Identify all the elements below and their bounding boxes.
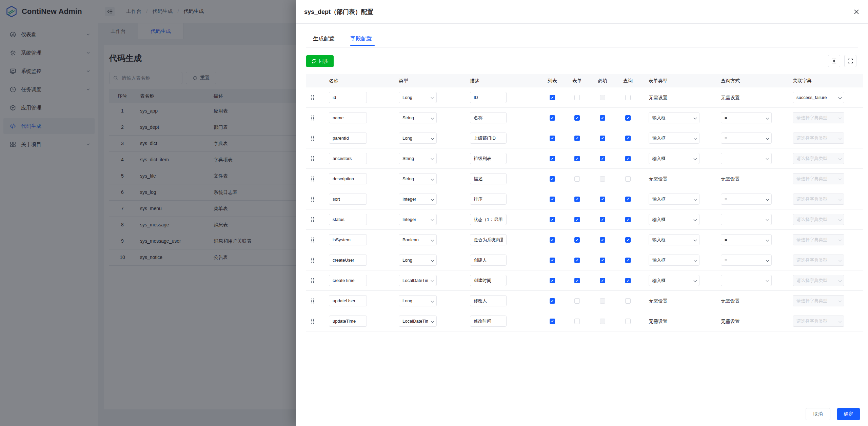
drag-handle-icon[interactable]: [311, 278, 315, 283]
field-name-input[interactable]: [329, 112, 367, 123]
query-type-select[interactable]: =: [721, 214, 772, 225]
field-type-select[interactable]: String: [399, 173, 437, 184]
list-checkbox-checked[interactable]: ✓: [550, 95, 555, 100]
drag-handle-icon[interactable]: [311, 319, 315, 324]
field-name-input[interactable]: [329, 234, 367, 245]
field-desc-input[interactable]: [470, 295, 507, 306]
field-desc-input[interactable]: [470, 194, 507, 205]
field-name-input[interactable]: [329, 255, 367, 266]
dict-select[interactable]: success_failure: [793, 92, 844, 103]
field-name-input[interactable]: [329, 295, 367, 306]
form-type-select[interactable]: 输入框: [649, 214, 699, 225]
field-type-select[interactable]: Integer: [399, 194, 437, 205]
required-checkbox-checked[interactable]: ✓: [600, 237, 605, 243]
tab-generate-config[interactable]: 生成配置: [313, 35, 335, 42]
drag-handle-icon[interactable]: [311, 298, 315, 304]
form-checkbox-checked[interactable]: ✓: [574, 217, 580, 222]
form-type-select[interactable]: 输入框: [649, 194, 699, 205]
field-desc-input[interactable]: [470, 112, 507, 123]
required-checkbox-checked[interactable]: ✓: [600, 258, 605, 263]
drag-handle-icon[interactable]: [311, 115, 315, 121]
form-type-select[interactable]: 输入框: [649, 255, 699, 266]
field-desc-input[interactable]: [470, 92, 507, 103]
query-checkbox-unchecked[interactable]: [625, 319, 631, 324]
dict-select[interactable]: 请选择字典类型: [793, 133, 844, 144]
drag-handle-icon[interactable]: [311, 237, 315, 243]
query-checkbox-checked[interactable]: ✓: [625, 197, 631, 202]
field-name-input[interactable]: [329, 316, 367, 327]
list-checkbox-checked[interactable]: ✓: [550, 197, 555, 202]
field-name-input[interactable]: [329, 92, 367, 103]
drag-handle-icon[interactable]: [311, 156, 315, 161]
query-checkbox-checked[interactable]: ✓: [625, 258, 631, 263]
field-type-select[interactable]: Long: [399, 255, 437, 266]
form-checkbox-unchecked[interactable]: [574, 176, 580, 182]
close-icon[interactable]: [853, 8, 860, 15]
list-checkbox-checked[interactable]: ✓: [550, 217, 555, 222]
field-name-input[interactable]: [329, 194, 367, 205]
form-type-select[interactable]: 输入框: [649, 112, 699, 123]
dict-select[interactable]: 请选择字典类型: [793, 112, 844, 123]
field-type-select[interactable]: Integer: [399, 214, 437, 225]
field-desc-input[interactable]: [470, 214, 507, 225]
field-name-input[interactable]: [329, 173, 367, 184]
form-checkbox-checked[interactable]: ✓: [574, 197, 580, 202]
field-type-select[interactable]: Long: [399, 92, 437, 103]
field-type-select[interactable]: Long: [399, 133, 437, 144]
drag-handle-icon[interactable]: [311, 136, 315, 141]
dict-select[interactable]: 请选择字典类型: [793, 234, 844, 245]
field-name-input[interactable]: [329, 133, 367, 144]
list-checkbox-checked[interactable]: ✓: [550, 156, 555, 161]
form-checkbox-checked[interactable]: ✓: [574, 237, 580, 243]
field-type-select[interactable]: String: [399, 153, 437, 164]
form-checkbox-unchecked[interactable]: [574, 298, 580, 304]
dict-select[interactable]: 请选择字典类型: [793, 316, 844, 327]
form-checkbox-checked[interactable]: ✓: [574, 258, 580, 263]
query-type-select[interactable]: =: [721, 112, 772, 123]
dict-select[interactable]: 请选择字典类型: [793, 255, 844, 266]
form-checkbox-checked[interactable]: ✓: [574, 136, 580, 141]
field-type-select[interactable]: Long: [399, 295, 437, 306]
form-checkbox-checked[interactable]: ✓: [574, 278, 580, 283]
form-checkbox-unchecked[interactable]: [574, 95, 580, 100]
form-type-select[interactable]: 输入框: [649, 133, 699, 144]
cancel-button[interactable]: 取消: [806, 408, 830, 420]
dict-select[interactable]: 请选择字典类型: [793, 173, 844, 184]
list-checkbox-checked[interactable]: ✓: [550, 258, 555, 263]
row-height-button[interactable]: [828, 55, 840, 67]
field-name-input[interactable]: [329, 214, 367, 225]
query-type-select[interactable]: =: [721, 255, 772, 266]
dict-select[interactable]: 请选择字典类型: [793, 275, 844, 286]
required-checkbox-checked[interactable]: ✓: [600, 115, 605, 121]
field-desc-input[interactable]: [470, 234, 507, 245]
confirm-button[interactable]: 确定: [837, 408, 860, 420]
query-checkbox-checked[interactable]: ✓: [625, 115, 631, 121]
list-checkbox-checked[interactable]: ✓: [550, 237, 555, 243]
field-type-select[interactable]: LocalDateTime: [399, 275, 437, 286]
drag-handle-icon[interactable]: [311, 176, 315, 182]
dict-select[interactable]: 请选择字典类型: [793, 295, 844, 306]
field-desc-input[interactable]: [470, 133, 507, 144]
list-checkbox-checked[interactable]: ✓: [550, 115, 555, 121]
field-desc-input[interactable]: [470, 255, 507, 266]
drag-handle-icon[interactable]: [311, 95, 315, 100]
query-checkbox-unchecked[interactable]: [625, 176, 631, 182]
field-type-select[interactable]: LocalDateTime: [399, 316, 437, 327]
required-checkbox-checked[interactable]: ✓: [600, 278, 605, 283]
query-type-select[interactable]: =: [721, 275, 772, 286]
dict-select[interactable]: 请选择字典类型: [793, 194, 844, 205]
query-type-select[interactable]: =: [721, 234, 772, 245]
field-name-input[interactable]: [329, 153, 367, 164]
list-checkbox-checked[interactable]: ✓: [550, 176, 555, 182]
required-checkbox-checked[interactable]: ✓: [600, 136, 605, 141]
drag-handle-icon[interactable]: [311, 217, 315, 222]
form-checkbox-checked[interactable]: ✓: [574, 115, 580, 121]
field-desc-input[interactable]: [470, 275, 507, 286]
query-checkbox-checked[interactable]: ✓: [625, 217, 631, 222]
query-checkbox-unchecked[interactable]: [625, 95, 631, 100]
query-checkbox-checked[interactable]: ✓: [625, 136, 631, 141]
sync-button[interactable]: 同步: [306, 55, 334, 67]
query-checkbox-unchecked[interactable]: [625, 298, 631, 304]
fullscreen-button[interactable]: [844, 55, 856, 67]
field-name-input[interactable]: [329, 275, 367, 286]
